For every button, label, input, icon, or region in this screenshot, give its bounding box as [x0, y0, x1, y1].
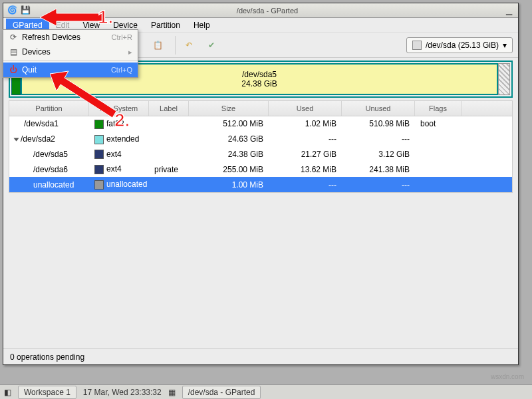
table-row[interactable]: /dev/sda6ext4private255.00 MiB13.62 MiB2…	[9, 162, 512, 177]
chevron-down-icon: ▾	[503, 41, 507, 50]
svg-marker-0	[40, 9, 103, 26]
separator	[175, 36, 176, 55]
taskbar-clock[interactable]: 17 Mar, Wed 23:33:32	[83, 388, 162, 397]
status-text: 0 operations pending	[10, 352, 84, 362]
window-icons: 🌀 💾	[7, 5, 31, 16]
annotation-arrow-2	[50, 70, 123, 126]
col-used[interactable]: Used	[269, 101, 342, 116]
svg-marker-1	[50, 71, 116, 118]
tray-icon[interactable]: ▦	[168, 388, 176, 397]
separator	[3, 61, 138, 61]
table-row[interactable]: /dev/sda2extended24.63 GiB------	[9, 132, 512, 147]
disk-icon: ▤	[9, 47, 18, 57]
slice-size: 24.38 GiB	[241, 79, 277, 88]
slice-unallocated[interactable]	[498, 63, 510, 95]
statusbar: 0 operations pending	[3, 348, 518, 364]
submenu-arrow-icon: ▸	[128, 48, 132, 57]
menu-devices[interactable]: ▤ Devices ▸	[3, 45, 138, 59]
col-unused[interactable]: Unused	[342, 101, 415, 116]
table-row[interactable]: /dev/sda5ext424.38 GiB21.27 GiB3.12 GiB	[9, 147, 512, 162]
refresh-icon: ⟳	[9, 33, 18, 42]
quit-icon: ⏻	[9, 65, 18, 74]
taskbar: ◧ Workspace 1 17 Mar, Wed 23:33:32 ▦ /de…	[0, 384, 532, 399]
device-selector[interactable]: /dev/sda (25.13 GiB) ▾	[406, 37, 513, 53]
menu-help[interactable]: Help	[187, 19, 217, 32]
app-icon: 💾	[21, 5, 31, 16]
taskbar-task[interactable]: /dev/sda - GParted	[182, 386, 261, 399]
undo-button[interactable]: ↶	[180, 36, 198, 55]
watermark: wsxdn.com	[491, 373, 524, 380]
minimize-icon[interactable]: ▁	[503, 6, 514, 15]
paste-button[interactable]: 📋	[148, 36, 167, 55]
col-size[interactable]: Size	[189, 101, 269, 116]
slice-name: /dev/sda5	[242, 70, 277, 79]
device-label: /dev/sda (25.13 GiB)	[426, 41, 499, 50]
table-row[interactable]: unallocatedunallocated1.00 MiB------	[9, 177, 512, 192]
menu-partition[interactable]: Partition	[144, 19, 187, 32]
debian-icon: 🌀	[7, 5, 18, 16]
col-flags[interactable]: Flags	[415, 101, 462, 116]
disk-icon	[412, 41, 422, 50]
annotation-arrow-1	[40, 5, 106, 29]
col-label[interactable]: Label	[149, 101, 189, 116]
menu-refresh-devices[interactable]: ⟳ Refresh Devices Ctrl+R	[3, 30, 138, 45]
apply-button[interactable]: ✔	[202, 36, 221, 55]
app-launcher-icon[interactable]: ◧	[4, 388, 11, 397]
workspace-switcher[interactable]: Workspace 1	[18, 386, 76, 399]
